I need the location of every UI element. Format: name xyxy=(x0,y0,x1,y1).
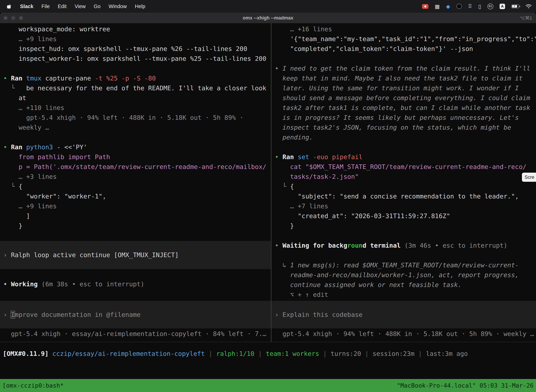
terminal-line: └ { xyxy=(0,182,271,191)
terminal-line: "completed","claim_token":"claim-token"}… xyxy=(272,44,536,54)
terminal-line: pending. xyxy=(272,132,536,142)
lightning-bolt-icon: ⚡ xyxy=(513,4,516,9)
terminal-line: ↳ 1 new msg(s): read $OMX_TEAM_STATE_ROO… xyxy=(272,260,536,270)
terminal-line: • Working (6m 38s • esc to interrupt) xyxy=(0,279,271,289)
terminal-line: … +110 lines xyxy=(0,103,271,113)
screen-recording-indicator-icon[interactable] xyxy=(422,4,428,9)
tmux-host-clock-label: "MacBook-Pro-44.local" 05:03 31-Mar-26 xyxy=(397,382,534,389)
window-shortcut-label: ⌥⌘1 xyxy=(520,15,532,21)
battery-percent-icon[interactable]: 61 xyxy=(488,4,493,9)
menu-item-view[interactable]: View xyxy=(75,4,86,9)
terminal-line xyxy=(272,54,536,64)
terminal-line: later. Using the same for transition mig… xyxy=(272,83,536,93)
terminal-line: … +7 lines xyxy=(272,201,536,211)
terminal-line: should send a message before completing … xyxy=(272,93,536,103)
terminal-line: ] xyxy=(0,211,271,221)
spacer xyxy=(0,231,271,241)
terminal-line: › Improve documentation in @filename xyxy=(0,310,271,320)
wifi-icon[interactable] xyxy=(526,4,532,9)
zoom-button[interactable]: + xyxy=(19,16,23,20)
traffic-lights: × − + xyxy=(3,13,23,23)
spacer xyxy=(0,269,271,279)
terminal-line: at xyxy=(0,93,271,103)
terminal-line: └ be necessary for the end of the README… xyxy=(0,83,271,93)
terminal-line: } xyxy=(0,221,271,231)
terminal-line: … +16 lines xyxy=(272,24,536,34)
terminal-line: inspect_hud: omx sparkshell --tmux-pane … xyxy=(0,44,271,54)
terminal-line: … +9 lines xyxy=(0,201,271,211)
terminal-line: gpt-5.4 xhigh · 94% left · 488K in · 5.1… xyxy=(0,113,271,123)
dots-grid-icon[interactable]: ⠿ xyxy=(468,3,472,9)
menu-bar-status-icons: ▦ ◆ ⠿ ▯ 61 A ⚡ xyxy=(422,3,536,9)
left-pane-scrollback: workspace_mode: worktree … +9 lines insp… xyxy=(0,23,271,289)
terminal-line: tasks/task-2.json" xyxy=(272,172,536,182)
input-source-icon[interactable]: A xyxy=(500,4,505,9)
menu-item-slack[interactable]: Slack xyxy=(20,4,34,9)
terminal-line: inspect task2's JSON, focusing on the st… xyxy=(272,123,536,132)
omx-session-status-line: [OMX#0.11.9] cczip/essay/ai-reimplementa… xyxy=(0,349,536,359)
left-terminal-pane[interactable]: workspace_mode: worktree … +9 lines insp… xyxy=(0,23,271,342)
terminal-line: from pathlib import Path xyxy=(0,152,271,162)
terminal-line: • Ran python3 - <<'PY' xyxy=(0,142,271,152)
terminal-window: × − + omx --xhigh --madmax ⌥⌘1 workspace… xyxy=(0,13,536,392)
terminal-line: readme-and-reco/mailbox/worker-1.json, a… xyxy=(272,270,536,280)
terminal-line: p = Path('.omx/state/team/review-current… xyxy=(0,162,271,172)
terminal-line: '{"team_name":"my-team","task_id":"1","f… xyxy=(272,34,536,44)
menu-item-file[interactable]: File xyxy=(42,4,50,9)
minimize-button[interactable]: − xyxy=(11,16,16,20)
tmux-panes: workspace_mode: worktree … +9 lines insp… xyxy=(0,23,536,342)
terminal-line: • Ran set -euo pipefail xyxy=(272,152,536,162)
terminal-line: ⌥ + ↑ edit xyxy=(272,290,536,300)
terminal-line: workspace_mode: worktree xyxy=(0,24,271,34)
terminal-line xyxy=(0,64,271,73)
terminal-line: is in progress? It seems likely but perh… xyxy=(272,113,536,123)
window-title: omx --xhigh --madmax xyxy=(243,15,293,21)
macos-menu-bar: SlackFileEditViewGoWindowHelp ▦ ◆ ⠿ ▯ 61… xyxy=(0,0,536,13)
window-title-bar[interactable]: × − + omx --xhigh --madmax ⌥⌘1 xyxy=(0,13,536,23)
terminal-line xyxy=(0,132,271,142)
app-dark-circle-icon[interactable] xyxy=(456,4,462,9)
right-prompt-input[interactable]: › Explain this codebase xyxy=(272,301,536,328)
terminal-line: › Explain this codebase xyxy=(272,310,536,320)
terminal-line: weekly … xyxy=(0,123,271,132)
apple-menu-icon[interactable] xyxy=(7,4,12,9)
terminal-line: › Ralph loop active continue [OMX_TMUX_I… xyxy=(0,250,271,260)
screen-share-overlay-label: Scre xyxy=(525,175,534,180)
menu-items: SlackFileEditViewGoWindowHelp xyxy=(0,4,145,9)
window-grid-icon[interactable]: ▦ xyxy=(435,3,440,9)
terminal-line: task2 after task1 is complete, but can I… xyxy=(272,103,536,113)
terminal-line: • I need to get the claim token from the… xyxy=(272,64,536,73)
terminal-line: } xyxy=(272,221,536,231)
screen-share-overlay-button[interactable]: Scre xyxy=(522,173,536,182)
terminal-line: inspect_worker-1: omx sparkshell --tmux-… xyxy=(0,54,271,64)
tmux-status-bar: [omx-cczip0:bash* "MacBook-Pro-44.local"… xyxy=(0,379,536,392)
terminal-line: gpt-5.4 xhigh · 94% left · 488K in · 5.1… xyxy=(272,329,536,339)
left-prompt-input[interactable]: › Improve documentation in @filename xyxy=(0,301,271,328)
right-pane-scrollback: … +16 lines '{"team_name":"my-team","tas… xyxy=(272,23,536,300)
close-button[interactable]: × xyxy=(3,16,8,20)
terminal-line: gpt-5.4 xhigh · essay/ai-reimplementatio… xyxy=(0,329,271,339)
terminal-line: … +3 lines xyxy=(0,172,271,182)
terminal-line: • Waiting for background terminal (3m 46… xyxy=(272,241,536,250)
terminal-line: "subject": "send a concise recommendatio… xyxy=(272,191,536,201)
battery-charging-icon[interactable]: ⚡ xyxy=(511,5,519,8)
right-terminal-pane[interactable]: … +16 lines '{"team_name":"my-team","tas… xyxy=(272,23,536,342)
menu-item-help[interactable]: Help xyxy=(135,4,145,9)
terminal-line: "created_at": "2026-03-31T11:59:27.816Z" xyxy=(272,211,536,221)
terminal-line: … +9 lines xyxy=(0,34,271,44)
terminal-line xyxy=(272,250,536,260)
terminal-line: continue assigned work or next feasible … xyxy=(272,280,536,290)
menu-item-edit[interactable]: Edit xyxy=(58,4,67,9)
tmux-session-label: [omx-cczip0:bash* xyxy=(2,382,64,389)
menu-item-window[interactable]: Window xyxy=(109,4,127,9)
terminal-line: cat "$OMX_TEAM_STATE_ROOT/team/review-cu… xyxy=(272,162,536,172)
app-blue-icon[interactable]: ◆ xyxy=(446,3,450,9)
terminal-line xyxy=(272,231,536,241)
terminal-line: • Ran tmux capture-pane -t %25 -p -S -80 xyxy=(0,73,271,83)
device-icon[interactable]: ▯ xyxy=(478,3,481,9)
ralph-loop-banner: › Ralph loop active continue [OMX_TMUX_I… xyxy=(0,241,271,269)
terminal-line: keep that in mind. Maybe I also need the… xyxy=(272,73,536,83)
terminal-line xyxy=(272,142,536,152)
terminal-line: "worker": "worker-1", xyxy=(0,191,271,201)
menu-item-go[interactable]: Go xyxy=(94,4,100,9)
